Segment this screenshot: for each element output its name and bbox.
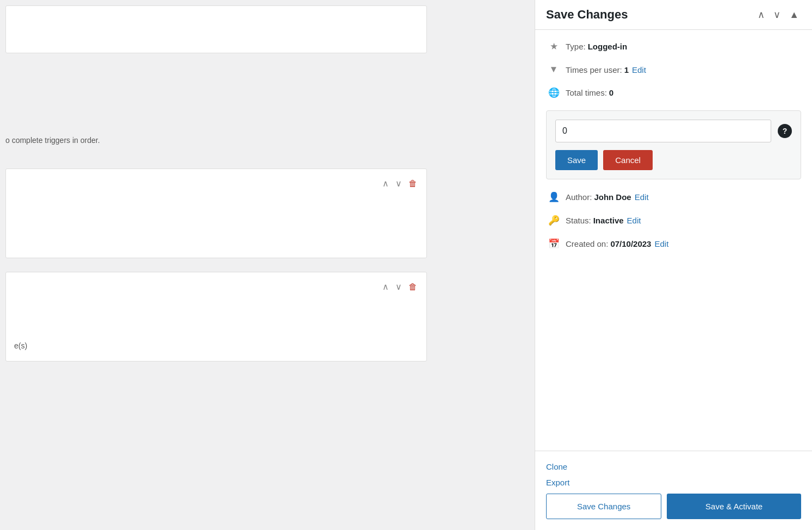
mid-card: ∧ ∨ 🗑	[5, 169, 427, 258]
total-times-value: 0	[609, 88, 613, 97]
status-row: 🔑 Status: Inactive Edit	[546, 215, 801, 226]
total-times-row: 🌐 Total times: 0	[546, 87, 801, 98]
help-question-mark: ?	[783, 127, 788, 135]
save-changes-button[interactable]: Save Changes	[546, 494, 661, 519]
inline-cancel-button[interactable]: Cancel	[603, 150, 653, 170]
trigger-instruction: o complete triggers in order.	[5, 136, 100, 145]
sidebar-bottom: Clone Export Save Changes Save & Activat…	[535, 451, 812, 530]
author-label: Author:	[566, 192, 592, 202]
total-times-input-section: ? Save Cancel	[546, 110, 801, 179]
user-icon: 👤	[546, 191, 561, 203]
left-panel: o complete triggers in order. ∧ ∨ 🗑 ∧ ∨	[0, 0, 432, 530]
mid-card-down-button[interactable]: ∨	[394, 177, 403, 190]
chevron-up-icon-2: ∧	[382, 282, 389, 291]
help-icon[interactable]: ?	[778, 124, 792, 138]
type-row: ★ Type: Logged-in	[546, 41, 801, 52]
bottom-card-delete-button[interactable]: 🗑	[407, 281, 418, 293]
author-row: 👤 Author: John Doe Edit	[546, 191, 801, 203]
action-buttons: Save Changes Save & Activate	[546, 494, 801, 519]
input-buttons: Save Cancel	[555, 150, 792, 170]
sidebar-content: ★ Type: Logged-in ▼ Times per user: 1 Ed…	[535, 30, 812, 451]
sidebar-collapse-down-button[interactable]: ∨	[771, 8, 783, 22]
clone-link[interactable]: Clone	[546, 462, 801, 471]
type-label: Type:	[566, 42, 586, 51]
total-times-input[interactable]	[555, 120, 771, 142]
chevron-down-icon-2: ∨	[395, 282, 402, 291]
right-sidebar: Save Changes ∧ ∨ ▲ ★ Type: Logged-in ▼ T…	[535, 0, 812, 530]
times-per-user-edit-link[interactable]: Edit	[632, 65, 646, 74]
chevron-down-header-icon: ∨	[773, 9, 780, 20]
mid-card-controls: ∧ ∨ 🗑	[381, 177, 418, 190]
chevron-up-icon: ∧	[382, 179, 389, 188]
star-icon: ★	[546, 41, 561, 52]
input-row: ?	[555, 120, 792, 142]
mid-card-delete-button[interactable]: 🗑	[407, 178, 418, 190]
created-on-value: 07/10/2023	[610, 239, 651, 248]
created-on-edit-link[interactable]: Edit	[654, 239, 668, 248]
key-icon: 🔑	[546, 215, 561, 226]
times-per-user-label: Times per user:	[566, 65, 622, 74]
globe-icon: 🌐	[546, 87, 561, 98]
bottom-card-controls: ∧ ∨ 🗑	[381, 280, 418, 293]
sidebar-collapse-up-button[interactable]: ∧	[755, 8, 767, 22]
sidebar-header-controls: ∧ ∨ ▲	[755, 8, 801, 22]
status-edit-link[interactable]: Edit	[627, 216, 641, 225]
sidebar-header: Save Changes ∧ ∨ ▲	[535, 0, 812, 30]
export-link[interactable]: Export	[546, 478, 801, 487]
chevron-down-icon: ∨	[395, 179, 402, 188]
total-times-label: Total times:	[566, 88, 607, 97]
author-edit-link[interactable]: Edit	[635, 192, 649, 202]
times-per-user-row: ▼ Times per user: 1 Edit	[546, 64, 801, 75]
filter-icon: ▼	[546, 64, 561, 75]
trash-icon: 🗑	[408, 179, 417, 188]
chevron-up-header-icon: ∧	[758, 9, 765, 20]
mid-card-up-button[interactable]: ∧	[381, 177, 390, 190]
top-card	[5, 5, 427, 53]
sidebar-title: Save Changes	[546, 8, 628, 22]
save-activate-button[interactable]: Save & Activate	[667, 494, 801, 519]
type-value: Logged-in	[588, 42, 627, 51]
inline-save-button[interactable]: Save	[555, 150, 598, 170]
calendar-icon: 📅	[546, 238, 561, 250]
created-on-label: Created on:	[566, 239, 608, 248]
trash-icon-2: 🗑	[408, 282, 417, 291]
bottom-card-text: e(s)	[14, 341, 27, 350]
bottom-card: ∧ ∨ 🗑 e(s)	[5, 272, 427, 361]
created-on-row: 📅 Created on: 07/10/2023 Edit	[546, 238, 801, 250]
sidebar-collapse-triangle-button[interactable]: ▲	[787, 8, 801, 22]
triangle-up-header-icon: ▲	[789, 9, 799, 20]
status-value: Inactive	[593, 216, 624, 225]
times-per-user-value: 1	[624, 65, 629, 74]
status-label: Status:	[566, 216, 591, 225]
bottom-card-up-button[interactable]: ∧	[381, 280, 390, 293]
author-value: John Doe	[594, 192, 631, 202]
bottom-card-down-button[interactable]: ∨	[394, 280, 403, 293]
